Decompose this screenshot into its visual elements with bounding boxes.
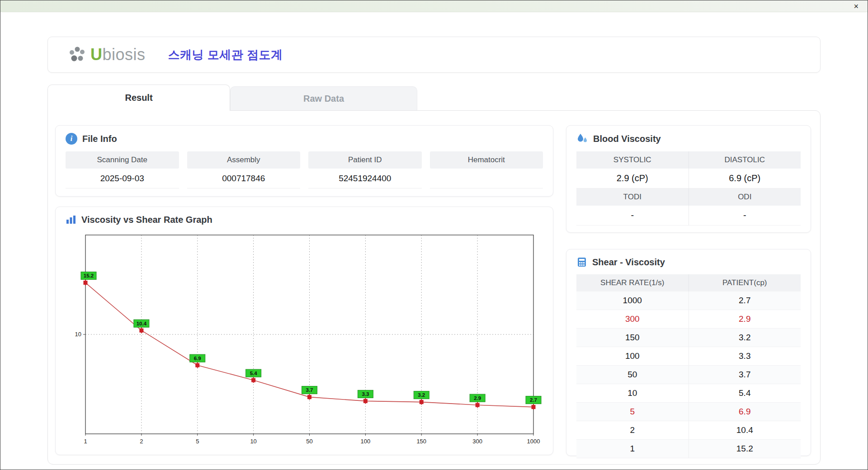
field-label: Patient ID <box>308 151 422 169</box>
svg-text:1000: 1000 <box>527 438 540 445</box>
table-row: 1 15.2 <box>576 440 801 458</box>
sv-col-shear-rate: SHEAR RATE(1/s) <box>576 274 689 291</box>
svg-text:100: 100 <box>361 438 371 445</box>
svg-text:2.7: 2.7 <box>530 397 537 403</box>
shear-viscosity-card: Shear - Viscosity SHEAR RATE(1/s) PATIEN… <box>566 249 811 456</box>
sv-patient: 6.9 <box>689 403 801 421</box>
bv-header-systolic: SYSTOLIC <box>576 151 689 169</box>
field-hematocrit: Hematocrit <box>430 151 543 188</box>
sv-shear: 10 <box>576 384 689 402</box>
file-info-card: i File Info Scanning Date 2025-09-03 Ass… <box>55 125 553 197</box>
logo: Ubiosis <box>68 46 146 64</box>
bv-value-row: 2.9 (cP) 6.9 (cP) <box>576 169 801 188</box>
tab-bar: Result Raw Data <box>47 85 821 110</box>
page: Ubiosis 스캐닝 모세관 점도계 Result Raw Data i Fi… <box>0 37 868 465</box>
viscosity-graph-card: Viscosity vs Shear Rate Graph 1012510501… <box>55 207 553 455</box>
svg-text:300: 300 <box>472 438 482 445</box>
logo-letter-u: U <box>90 45 103 64</box>
droplets-icon <box>576 133 588 145</box>
graph-title: Viscosity vs Shear Rate Graph <box>81 215 212 225</box>
svg-text:2.9: 2.9 <box>474 395 481 401</box>
tab-raw-data[interactable]: Raw Data <box>230 86 417 110</box>
field-value <box>430 169 543 188</box>
sv-shear: 150 <box>576 329 689 347</box>
svg-text:1: 1 <box>84 438 87 445</box>
sv-patient: 3.7 <box>689 366 801 384</box>
bv-header-row: SYSTOLIC DIASTOLIC <box>576 151 801 169</box>
table-row: 300 2.9 <box>576 310 801 329</box>
sv-patient: 15.2 <box>689 440 801 458</box>
bar-chart-icon <box>66 214 76 225</box>
blood-viscosity-card: Blood Viscosity SYSTOLIC DIASTOLIC 2.9 (… <box>566 125 811 233</box>
header-card: Ubiosis 스캐닝 모세관 점도계 <box>47 37 821 73</box>
svg-text:6.9: 6.9 <box>194 356 201 361</box>
sv-patient: 10.4 <box>689 421 801 439</box>
viscosity-chart: 101251050100150300100015.210.46.95.43.73… <box>66 230 545 450</box>
right-column: Blood Viscosity SYSTOLIC DIASTOLIC 2.9 (… <box>566 125 811 455</box>
graph-header: Viscosity vs Shear Rate Graph <box>66 214 543 225</box>
shear-viscosity-title: Shear - Viscosity <box>592 257 665 268</box>
blood-viscosity-table: SYSTOLIC DIASTOLIC 2.9 (cP) 6.9 (cP) TOD… <box>576 151 801 226</box>
bv-header-row: TODI ODI <box>576 188 801 206</box>
sv-patient: 2.7 <box>689 291 801 310</box>
sv-header-row: SHEAR RATE(1/s) PATIENT(cp) <box>576 274 801 291</box>
field-label: Scanning Date <box>66 151 179 169</box>
sv-shear: 2 <box>576 421 689 439</box>
field-value: 2025-09-03 <box>66 169 179 188</box>
bv-value-todi: - <box>576 206 689 226</box>
sv-patient: 3.2 <box>689 329 801 347</box>
bv-value-odi: - <box>689 206 801 226</box>
shear-viscosity-table: SHEAR RATE(1/s) PATIENT(cp) 1000 2.7 300… <box>576 274 801 458</box>
field-scanning-date: Scanning Date 2025-09-03 <box>66 151 179 188</box>
sv-patient: 2.9 <box>689 310 801 328</box>
svg-text:10.4: 10.4 <box>137 321 147 326</box>
svg-text:15.2: 15.2 <box>84 273 94 278</box>
table-row: 150 3.2 <box>576 329 801 347</box>
svg-text:3.7: 3.7 <box>306 387 313 393</box>
bv-value-row: - - <box>576 206 801 226</box>
close-icon[interactable]: × <box>852 2 860 10</box>
svg-text:3.2: 3.2 <box>418 392 425 398</box>
sv-patient: 3.3 <box>689 347 801 365</box>
table-row: 2 10.4 <box>576 421 801 440</box>
app-title: 스캐닝 모세관 점도계 <box>168 47 283 63</box>
chart-area: 101251050100150300100015.210.46.95.43.73… <box>66 230 543 452</box>
cell-cluster-icon <box>68 46 87 64</box>
file-info-fields: Scanning Date 2025-09-03 Assembly 000717… <box>66 151 543 188</box>
table-row: 5 6.9 <box>576 403 801 421</box>
field-label: Hematocrit <box>430 151 543 169</box>
svg-text:2: 2 <box>140 438 143 445</box>
table-row: 50 3.7 <box>576 366 801 384</box>
field-assembly: Assembly 000717846 <box>187 151 301 188</box>
field-value: 000717846 <box>187 169 301 188</box>
sv-shear: 300 <box>576 310 689 328</box>
sv-shear: 5 <box>576 403 689 421</box>
bv-header-todi: TODI <box>576 188 689 206</box>
logo-rest: biosis <box>103 45 146 64</box>
field-value: 52451924400 <box>308 169 422 188</box>
calculator-icon <box>576 257 587 268</box>
sv-patient: 5.4 <box>689 384 801 402</box>
content-card: i File Info Scanning Date 2025-09-03 Ass… <box>47 110 821 465</box>
window-titlebar: × <box>0 0 868 12</box>
file-info-title: File Info <box>82 134 117 144</box>
svg-text:150: 150 <box>416 438 426 445</box>
bv-value-systolic: 2.9 (cP) <box>576 169 689 188</box>
table-row: 1000 2.7 <box>576 291 801 310</box>
info-circle-icon: i <box>66 133 77 145</box>
sv-shear: 50 <box>576 366 689 384</box>
tab-result[interactable]: Result <box>47 85 230 111</box>
svg-text:50: 50 <box>306 438 312 445</box>
table-row: 100 3.3 <box>576 347 801 366</box>
field-label: Assembly <box>187 151 301 169</box>
svg-text:10: 10 <box>250 438 256 445</box>
svg-text:3.3: 3.3 <box>362 391 369 397</box>
svg-text:10: 10 <box>75 331 81 338</box>
blood-viscosity-header: Blood Viscosity <box>576 133 801 145</box>
blood-viscosity-title: Blood Viscosity <box>593 134 661 144</box>
bv-value-diastolic: 6.9 (cP) <box>689 169 801 188</box>
bv-header-odi: ODI <box>689 188 801 206</box>
sv-shear: 100 <box>576 347 689 365</box>
svg-text:5.4: 5.4 <box>250 371 258 376</box>
field-patient-id: Patient ID 52451924400 <box>308 151 422 188</box>
